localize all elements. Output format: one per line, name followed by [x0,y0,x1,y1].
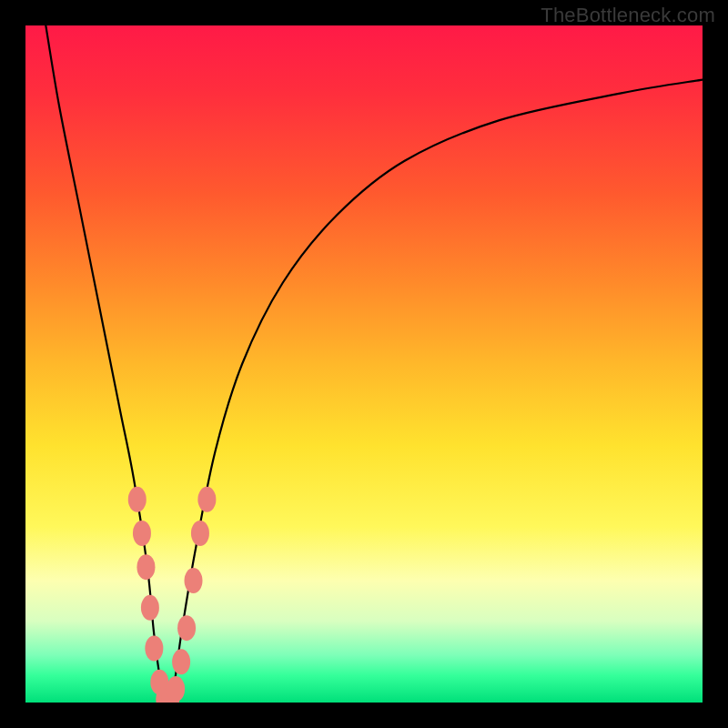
marker-point [172,649,190,674]
chart-svg [25,25,703,703]
watermark-text: TheBottleneck.com [541,4,715,27]
marker-point [185,568,203,593]
marker-point [136,554,155,580]
marker-point [133,521,151,546]
marker-point [177,615,196,641]
marker-point [191,521,209,546]
marker-point [145,635,163,661]
marker-point [167,676,185,702]
marker-point [141,595,159,621]
plot-area [25,25,703,703]
chart-frame: TheBottleneck.com [0,0,728,728]
marker-point [128,487,147,512]
marker-point [197,487,216,512]
